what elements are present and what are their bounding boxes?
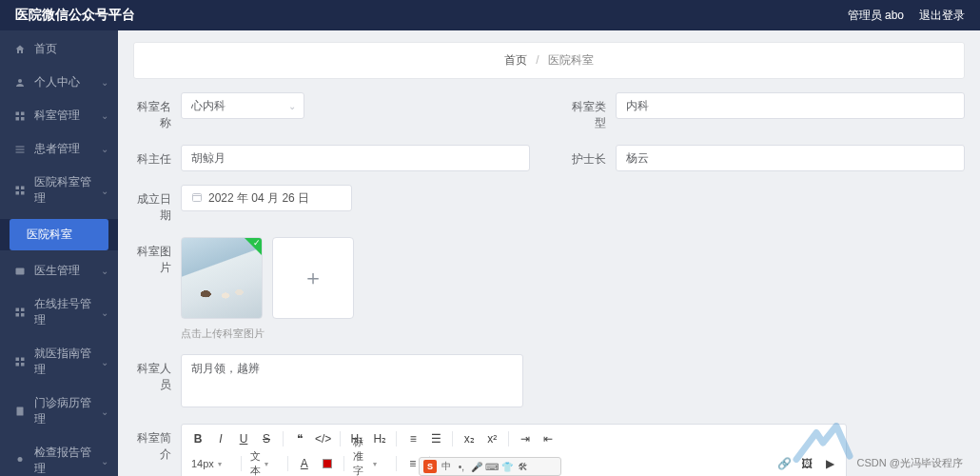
sidebar-item-patient-mgmt[interactable]: 患者管理 ⌄ — [0, 132, 118, 166]
separator — [508, 431, 509, 446]
founded-date-label: 成立日期 — [133, 185, 181, 224]
sidebar-item-profile[interactable]: 个人中心 ⌄ — [0, 66, 118, 99]
font-size-select[interactable]: 14px — [187, 454, 235, 473]
chevron-down-icon: ⌄ — [101, 186, 108, 196]
calendar-icon — [191, 191, 203, 206]
director-label: 科主任 — [133, 145, 181, 168]
strikethrough-button[interactable]: S — [256, 428, 277, 449]
main-content: 首页 / 医院科室 科室名称 心内科 ⌄ 科室类型 — [118, 30, 980, 476]
svg-rect-9 — [21, 187, 25, 190]
breadcrumb-current: 医院科室 — [548, 53, 594, 67]
blockquote-button[interactable]: ❝ — [289, 428, 310, 449]
svg-rect-8 — [15, 187, 19, 190]
background-color-button[interactable] — [317, 453, 338, 474]
intro-label: 科室简介 — [133, 424, 181, 463]
ime-voice-icon[interactable]: 🎤 — [471, 461, 482, 472]
separator — [340, 431, 341, 446]
sidebar-item-guide-mgmt[interactable]: 就医指南管理 ⌄ — [0, 337, 118, 387]
founded-date-value: 2022 年 04 月 26 日 — [208, 190, 309, 207]
ime-skin-icon[interactable]: 👕 — [501, 461, 513, 472]
svg-rect-19 — [15, 363, 19, 367]
sidebar-item-dept-mgmt[interactable]: 科室管理 ⌄ — [0, 99, 118, 132]
list-icon — [13, 143, 27, 156]
subscript-button[interactable]: x₂ — [459, 428, 480, 449]
superscript-button[interactable]: x² — [481, 428, 502, 449]
breadcrumb-sep: / — [536, 53, 539, 67]
outdent-button[interactable]: ⇤ — [538, 428, 559, 449]
staff-textarea[interactable] — [181, 354, 523, 407]
logout-link[interactable]: 退出登录 — [919, 8, 965, 24]
video-button[interactable]: ▶ — [819, 453, 840, 474]
sidebar-item-label: 门诊病历管理 — [34, 395, 101, 427]
italic-button[interactable]: I — [210, 428, 231, 449]
bold-button[interactable]: B — [187, 428, 208, 449]
underline-button[interactable]: U — [233, 428, 254, 449]
font-color-button[interactable]: A — [294, 453, 315, 474]
chevron-down-icon: ⌄ — [101, 456, 108, 466]
code-button[interactable]: </> — [312, 428, 334, 449]
sidebar-item-doctor-mgmt[interactable]: 医生管理 ⌄ — [0, 254, 118, 288]
svg-rect-20 — [21, 363, 25, 367]
sidebar-item-label: 就医指南管理 — [34, 346, 101, 378]
breadcrumb: 首页 / 医院科室 — [133, 42, 965, 79]
heading2-button[interactable]: H₂ — [369, 428, 390, 449]
svg-rect-15 — [15, 313, 19, 317]
home-icon — [13, 43, 27, 56]
svg-rect-27 — [193, 193, 202, 201]
chevron-down-icon: ⌄ — [101, 110, 108, 121]
link-button[interactable]: 🔗 — [774, 453, 794, 474]
add-image-button[interactable]: ＋ — [272, 237, 354, 319]
chevron-down-icon: ⌄ — [101, 77, 108, 88]
grid-icon — [13, 109, 27, 123]
breadcrumb-home[interactable]: 首页 — [504, 53, 527, 67]
doc-icon — [13, 405, 27, 418]
svg-rect-12 — [16, 268, 25, 274]
svg-rect-6 — [16, 149, 25, 149]
admin-label[interactable]: 管理员 abo — [848, 8, 904, 24]
svg-rect-10 — [15, 191, 19, 195]
sidebar-item-registration-mgmt[interactable]: 在线挂号管理 ⌄ — [0, 288, 118, 337]
sidebar-item-hospital-dept-mgmt[interactable]: 医院科室管理 ⌄ — [0, 166, 118, 215]
ordered-list-button[interactable]: ≡ — [402, 428, 423, 449]
ime-toolbar[interactable]: S 中 •, 🎤 ⌨ 👕 🛠 — [419, 457, 561, 476]
sidebar-item-home[interactable]: 首页 — [0, 32, 118, 66]
grid-icon — [13, 355, 27, 368]
unordered-list-button[interactable]: ☰ — [425, 428, 446, 449]
head-nurse-label: 护士长 — [568, 145, 616, 168]
chevron-down-icon: ⌄ — [101, 307, 108, 318]
sidebar: 首页 个人中心 ⌄ 科室管理 ⌄ 患者管理 ⌄ 医院科室管理 ⌄ 医院科室 医生 — [0, 30, 118, 476]
font-family-select[interactable]: 标准字体 — [349, 454, 390, 473]
sidebar-item-label: 个人中心 — [34, 74, 80, 90]
ime-lang-icon[interactable]: 中 — [441, 461, 452, 472]
sidebar-submenu: 医院科室 — [0, 219, 118, 250]
ime-punct-icon[interactable]: •, — [456, 461, 467, 472]
uploaded-image[interactable] — [181, 237, 263, 319]
ime-keyboard-icon[interactable]: ⌨ — [486, 461, 498, 472]
font-style-select[interactable]: 文本 — [246, 454, 282, 473]
svg-rect-21 — [16, 407, 23, 416]
sidebar-item-report-mgmt[interactable]: 检查报告管理 ⌄ — [0, 436, 118, 476]
dept-type-input[interactable] — [616, 92, 965, 119]
staff-label: 科室人员 — [133, 354, 181, 393]
indent-button[interactable]: ⇥ — [515, 428, 536, 449]
head-nurse-input[interactable] — [616, 145, 965, 171]
check-icon — [245, 238, 262, 255]
svg-rect-11 — [21, 191, 25, 195]
grid-icon — [13, 306, 27, 319]
director-input[interactable] — [181, 145, 530, 171]
chevron-down-icon: ⌄ — [101, 357, 108, 367]
sidebar-item-record-mgmt[interactable]: 门诊病历管理 ⌄ — [0, 387, 118, 436]
dept-name-label: 科室名称 — [133, 92, 181, 131]
dept-name-select[interactable]: 心内科 ⌄ — [181, 92, 304, 119]
image-button[interactable]: 🖼 — [796, 453, 817, 474]
user-icon — [13, 76, 27, 89]
app-header: 医院微信公众号平台 管理员 abo 退出登录 — [0, 0, 980, 30]
ime-toolbox-icon[interactable]: 🛠 — [517, 461, 528, 472]
chevron-down-icon: ⌄ — [288, 101, 296, 111]
svg-rect-13 — [15, 308, 19, 312]
plus-icon: ＋ — [303, 264, 323, 292]
app-title: 医院微信公众号平台 — [15, 7, 135, 24]
sidebar-item-hospital-dept[interactable]: 医院科室 — [10, 219, 108, 250]
founded-date-input[interactable]: 2022 年 04 月 26 日 — [181, 185, 352, 211]
svg-rect-18 — [21, 358, 25, 362]
